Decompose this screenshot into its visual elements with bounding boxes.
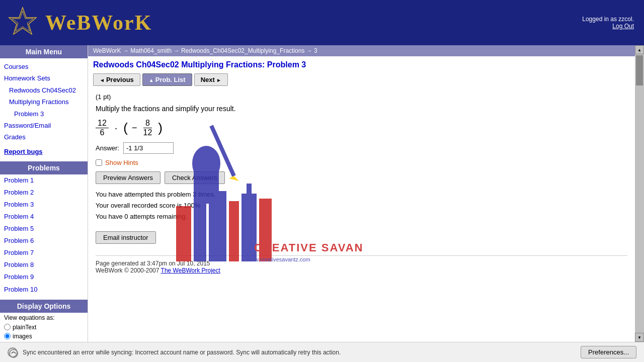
footer-copyright: WeBWork © 2000-2007 The WeBWork Project (96, 267, 627, 274)
sync-bar: Sync encountered an error while syncing:… (0, 342, 644, 362)
previous-label: Previous (106, 76, 134, 83)
sidebar-problem-1[interactable]: Problem 1 (0, 174, 88, 187)
action-buttons: Preview Answers Check Answers (96, 171, 627, 184)
math-expression: 12 6 · ( − 8 12 ) (96, 119, 627, 137)
radio-plaintext-label: plainText (13, 324, 36, 331)
login-info: Logged in as zzcol. (582, 16, 634, 23)
fraction-1: 12 6 (96, 119, 109, 137)
hints-row: Show Hints (96, 159, 627, 166)
sidebar-item-problem3[interactable]: Problem 3 (4, 108, 84, 120)
problem-content: (1 pt) Multiply the fractions and simpli… (88, 88, 635, 279)
next-button[interactable]: Next (194, 73, 228, 86)
multiply-dot: · (115, 122, 118, 134)
sidebar-problem-2[interactable]: Problem 2 (0, 187, 88, 199)
arrow-up-icon (149, 76, 154, 83)
answer-input[interactable] (123, 142, 174, 154)
main-layout: Main Menu Courses Homework Sets Redwoods… (0, 45, 644, 342)
scrollbar: ▲ ▼ (635, 45, 644, 342)
sidebar-item-grades[interactable]: Grades (4, 131, 84, 143)
svg-point-18 (10, 349, 18, 357)
problem-instruction: Multiply the fractions and simplify your… (96, 105, 627, 113)
show-hints-label: Show Hints (105, 159, 138, 166)
sidebar-links: Courses Homework Sets Redwoods Ch04Sec02… (0, 58, 88, 146)
check-answers-button[interactable]: Check Answers (165, 171, 225, 184)
sync-message: Sync encountered an error while syncing:… (23, 349, 576, 356)
login-area: Logged in as zzcol. Log Out (582, 16, 634, 30)
display-options-title: Display Options (0, 300, 88, 313)
arrow-left-icon (100, 76, 105, 83)
breadcrumb: WeBWorK → Math064_smith → Redwoods_Ch04S… (88, 45, 635, 56)
sidebar-problem-5[interactable]: Problem 5 (0, 223, 88, 235)
sync-icon (8, 347, 18, 357)
logo-text: WeBWorK (45, 11, 152, 35)
points-label: (1 pt) (96, 93, 627, 101)
radio-images: images (0, 332, 88, 341)
scroll-thumb[interactable] (636, 55, 643, 85)
sidebar-problem-7[interactable]: Problem 7 (0, 247, 88, 259)
page-footer: Page generated at 3:47pm on Jul 10, 2015… (96, 255, 627, 274)
attempt-line2: Your overall recorded score is 100% (96, 200, 627, 211)
attempt-line1: You have attempted this problem 3 times. (96, 189, 627, 200)
sidebar-item-courses[interactable]: Courses (4, 61, 84, 72)
logo-area: WeBWorK (5, 5, 152, 40)
sidebar-item-redwoods[interactable]: Redwoods Ch04Sec02 (4, 84, 84, 96)
nav-buttons: Previous Prob. List Next (88, 71, 635, 88)
logo-star-icon (5, 5, 40, 40)
report-bugs-link[interactable]: Report bugs (0, 146, 88, 157)
radio-plaintext-input[interactable] (4, 324, 11, 330)
logout-link[interactable]: Log Out (612, 23, 634, 30)
close-paren: ) (158, 120, 163, 136)
fraction-2-den: 12 (141, 128, 154, 137)
next-label: Next (201, 76, 215, 83)
problems-section: Problems Problem 1 Problem 2 Problem 3 P… (0, 161, 88, 296)
preferences-button[interactable]: Preferences... (581, 346, 636, 358)
problem-title: Redwoods Ch04Sec02 Multiplying Fractions… (88, 56, 635, 71)
attempt-line3: You have 0 attempts remaining. (96, 211, 627, 222)
problems-title: Problems (0, 161, 88, 174)
sidebar-problem-6[interactable]: Problem 6 (0, 235, 88, 247)
fraction-1-den: 6 (98, 128, 106, 137)
sidebar-problem-9[interactable]: Problem 9 (0, 271, 88, 283)
sidebar-item-multiplying[interactable]: Multiplying Fractions (4, 96, 84, 108)
fraction-2: 8 12 (141, 119, 154, 137)
negative-sign: − (132, 123, 137, 133)
radio-plaintext: plainText (0, 323, 88, 332)
view-equations-label: View equations as: (0, 313, 88, 323)
fraction-2-num: 8 (143, 119, 152, 128)
prob-list-label: Prob. List (155, 76, 186, 83)
show-hints-checkbox[interactable] (96, 159, 102, 166)
sidebar-problem-3[interactable]: Problem 3 (0, 199, 88, 211)
scroll-up-button[interactable]: ▲ (635, 45, 644, 54)
previous-button[interactable]: Previous (93, 73, 140, 86)
sidebar-item-homework-sets[interactable]: Homework Sets (4, 72, 84, 84)
attempt-info: You have attempted this problem 3 times.… (96, 189, 627, 222)
main-menu-title: Main Menu (0, 45, 88, 58)
answer-label: Answer: (96, 144, 119, 152)
radio-images-input[interactable] (4, 333, 11, 339)
open-paren: ( (123, 120, 128, 136)
sidebar-problem-10[interactable]: Problem 10 (0, 284, 88, 296)
sidebar: Main Menu Courses Homework Sets Redwoods… (0, 45, 88, 342)
sidebar-item-password[interactable]: Password/Email (4, 120, 84, 131)
fraction-1-num: 12 (96, 119, 109, 128)
display-options-section: Display Options View equations as: plain… (0, 300, 88, 342)
header: WeBWorK Logged in as zzcol. Log Out (0, 0, 644, 45)
sidebar-problem-8[interactable]: Problem 8 (0, 259, 88, 271)
scroll-down-button[interactable]: ▼ (635, 333, 644, 342)
arrow-right-icon (216, 76, 221, 83)
preview-answers-button[interactable]: Preview Answers (96, 171, 160, 184)
radio-images-label: images (13, 333, 32, 340)
sidebar-problem-4[interactable]: Problem 4 (0, 211, 88, 223)
footer-link[interactable]: The WeBWork Project (161, 267, 220, 274)
answer-row: Answer: (96, 142, 627, 154)
prob-list-button[interactable]: Prob. List (142, 73, 192, 86)
content-area: WeBWorK → Math064_smith → Redwoods_Ch04S… (88, 45, 635, 342)
footer-generated: Page generated at 3:47pm on Jul 10, 2015 (96, 260, 627, 267)
email-instructor-button[interactable]: Email instructor (96, 231, 156, 244)
